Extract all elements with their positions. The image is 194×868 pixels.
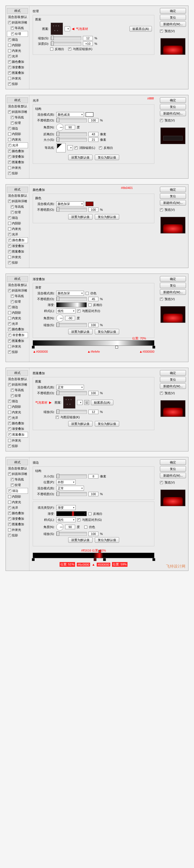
distance-input[interactable]: 43 <box>88 132 99 136</box>
style-inner-shadow[interactable]: 内阴影 <box>7 42 28 48</box>
position-select[interactable]: 外部 <box>56 479 76 485</box>
size-input[interactable]: 8 <box>88 474 99 478</box>
style-pattern-overlay[interactable]: 图案叠加 <box>7 70 28 75</box>
checkbox-icon[interactable] <box>11 32 14 35</box>
fill-type-select[interactable]: 渐变 <box>56 505 76 510</box>
style-drop-shadow[interactable]: 投影 <box>7 81 28 87</box>
gradient-editor-bar[interactable] <box>33 553 155 558</box>
depth-input[interactable]: +10 <box>83 41 93 46</box>
checkbox-icon[interactable] <box>8 44 11 47</box>
ok-button[interactable]: 确定 <box>160 97 186 103</box>
align-layer-checkbox[interactable] <box>77 310 80 313</box>
cancel-button[interactable]: 复位 <box>160 15 186 20</box>
checkbox-icon[interactable] <box>8 38 11 41</box>
default-button[interactable]: 设置为默认值 <box>68 214 92 220</box>
color-swatch[interactable] <box>86 112 93 117</box>
style-satin[interactable]: 光泽 <box>7 143 28 148</box>
blend-mode-select[interactable]: 颜色加深 <box>56 202 84 206</box>
style-bevel[interactable]: 斜面和浮雕 <box>7 20 28 25</box>
angle-input[interactable]: 90 <box>65 525 75 529</box>
style-gradient-overlay[interactable]: 渐变叠加 <box>7 65 28 70</box>
angle-dial[interactable] <box>56 523 63 530</box>
size-input[interactable]: 21 <box>88 137 99 142</box>
blend-mode-select[interactable]: 正常 <box>56 385 84 390</box>
gradient-stop[interactable] <box>99 550 101 553</box>
dither-checkbox[interactable] <box>84 526 87 529</box>
new-style-button[interactable]: 新建样式(W)... <box>160 200 186 206</box>
style-inner-glow[interactable]: 内发光 <box>7 48 28 53</box>
pattern-dropdown[interactable] <box>64 26 70 31</box>
style-color-overlay[interactable]: 颜色叠加 <box>7 237 28 243</box>
cancel-button[interactable]: 复位 <box>160 193 186 199</box>
snap-origin-button[interactable]: 贴紧原点(A) <box>91 400 113 405</box>
opacity-slider[interactable] <box>56 297 87 301</box>
invert-checkbox[interactable] <box>99 146 102 149</box>
gradient-editor-bar[interactable] <box>33 340 155 346</box>
dither-checkbox[interactable] <box>86 292 89 295</box>
align-layer-checkbox[interactable] <box>77 518 80 521</box>
checkbox-icon[interactable] <box>8 71 11 74</box>
gradient-stop[interactable] <box>153 346 155 348</box>
gradient-style-select[interactable]: 线性 <box>56 308 76 313</box>
checkbox-icon[interactable] <box>8 77 11 80</box>
style-blend-options[interactable]: 混合选项:默认 <box>7 14 28 20</box>
angle-dial[interactable] <box>56 314 63 322</box>
gradient-select[interactable] <box>56 302 87 307</box>
style-stroke[interactable]: 描边 <box>7 37 28 42</box>
pattern-dropdown[interactable] <box>77 400 83 405</box>
style-pattern-overlay[interactable]: 图案叠加 <box>7 432 28 438</box>
reset-button[interactable]: 复位为默认值 <box>95 155 119 160</box>
contour-thumb[interactable] <box>56 143 66 152</box>
style-satin[interactable]: 光泽 <box>7 54 28 59</box>
pattern-thumb[interactable] <box>63 396 75 408</box>
gradient-style-select[interactable]: 线性 <box>56 517 76 522</box>
checkbox-icon[interactable] <box>8 83 11 86</box>
opacity-input[interactable]: 100 <box>88 208 99 212</box>
scale-slider[interactable] <box>56 532 87 536</box>
opacity-input[interactable]: 100 <box>88 492 99 496</box>
gradient-stop[interactable] <box>115 346 118 348</box>
size-slider[interactable] <box>56 138 87 142</box>
reverse-checkbox[interactable] <box>88 304 91 307</box>
gradient-select[interactable] <box>56 511 87 516</box>
snap-origin-button[interactable]: 贴紧原点(A) <box>130 26 152 32</box>
gradient-stop[interactable] <box>153 558 155 561</box>
scale-slider[interactable] <box>56 323 87 327</box>
ok-button[interactable]: 确定 <box>160 187 186 192</box>
opacity-input[interactable]: 100 <box>88 118 99 123</box>
checkbox-icon[interactable] <box>8 55 11 58</box>
distance-slider[interactable] <box>56 132 87 136</box>
reset-button[interactable]: 复位为默认值 <box>95 214 119 220</box>
default-button[interactable]: 设置为默认值 <box>68 329 92 334</box>
scale-input[interactable]: 12 <box>88 410 99 414</box>
link-layer-checkbox[interactable] <box>68 48 71 51</box>
link-layer-checkbox[interactable] <box>56 416 59 419</box>
opacity-slider[interactable] <box>56 118 87 122</box>
scale-slider[interactable] <box>51 36 81 40</box>
ok-button[interactable]: 确定 <box>160 370 186 376</box>
ok-button[interactable]: 确定 <box>160 276 186 282</box>
gradient-stop[interactable] <box>103 558 106 561</box>
angle-input[interactable]: -90 <box>65 316 75 320</box>
checkbox-icon[interactable] <box>8 66 11 69</box>
gradient-stop[interactable] <box>32 346 35 348</box>
contour-dropdown[interactable] <box>67 145 73 150</box>
opacity-slider[interactable] <box>56 492 87 496</box>
scale-slider[interactable] <box>56 410 87 414</box>
opacity-input[interactable]: 45 <box>88 297 99 301</box>
blend-mode-select[interactable]: 正常 <box>56 486 84 491</box>
size-slider[interactable] <box>56 474 87 478</box>
gradient-stop[interactable] <box>94 558 96 561</box>
default-button[interactable]: 设置为默认值 <box>68 155 92 160</box>
opacity-slider[interactable] <box>56 391 87 395</box>
cancel-button[interactable]: 复位 <box>160 466 186 472</box>
antialias-checkbox[interactable] <box>75 146 78 149</box>
checkbox-icon[interactable] <box>8 21 11 24</box>
style-texture[interactable]: 纹理 <box>7 31 28 37</box>
opacity-slider[interactable] <box>56 208 87 212</box>
gradient-stop[interactable] <box>32 558 35 561</box>
style-color-overlay[interactable]: 颜色叠加 <box>7 59 28 64</box>
checkbox-icon[interactable] <box>11 27 14 30</box>
style-stroke[interactable]: 描边 <box>7 488 28 494</box>
reset-button[interactable]: 复位为默认值 <box>95 329 119 334</box>
